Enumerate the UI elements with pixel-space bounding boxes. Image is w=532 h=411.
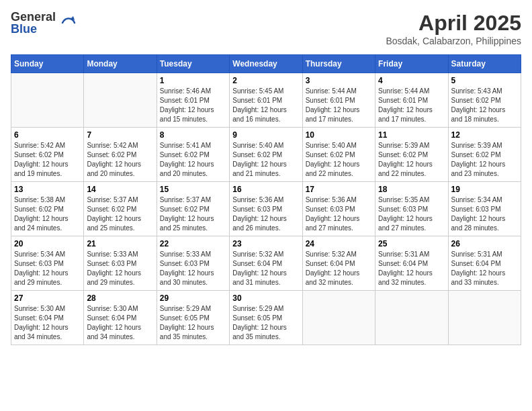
calendar-week-row: 20Sunrise: 5:34 AMSunset: 6:03 PMDayligh… [11, 236, 521, 291]
location-subtitle: Bosdak, Calabarzon, Philippines [386, 36, 521, 46]
logo-blue: Blue [11, 23, 56, 35]
day-number: 13 [14, 185, 81, 194]
calendar-week-row: 27Sunrise: 5:30 AMSunset: 6:04 PMDayligh… [11, 291, 521, 345]
calendar-cell [302, 291, 375, 345]
day-number: 30 [232, 293, 299, 303]
day-info: Sunrise: 5:32 AMSunset: 6:04 PMDaylight:… [232, 250, 299, 287]
calendar-cell: 18Sunrise: 5:35 AMSunset: 6:03 PMDayligh… [375, 182, 448, 236]
day-number: 15 [160, 185, 226, 194]
calendar-cell: 2Sunrise: 5:45 AMSunset: 6:01 PMDaylight… [230, 73, 302, 128]
calendar-cell [84, 73, 157, 128]
weekday-header-thursday: Thursday [302, 55, 375, 73]
day-info: Sunrise: 5:38 AMSunset: 6:02 PMDaylight:… [14, 195, 81, 233]
day-info: Sunrise: 5:33 AMSunset: 6:03 PMDaylight:… [160, 250, 226, 287]
title-section: April 2025 Bosdak, Calabarzon, Philippin… [386, 11, 521, 46]
day-info: Sunrise: 5:46 AMSunset: 6:01 PMDaylight:… [160, 87, 226, 124]
weekday-header-saturday: Saturday [448, 55, 521, 73]
day-info: Sunrise: 5:32 AMSunset: 6:04 PMDaylight:… [306, 250, 372, 287]
calendar-cell: 9Sunrise: 5:40 AMSunset: 6:02 PMDaylight… [230, 128, 302, 182]
day-number: 22 [160, 239, 226, 248]
calendar-cell: 16Sunrise: 5:36 AMSunset: 6:03 PMDayligh… [230, 182, 302, 236]
day-number: 16 [232, 185, 299, 194]
calendar-cell [11, 73, 84, 128]
calendar-cell: 22Sunrise: 5:33 AMSunset: 6:03 PMDayligh… [157, 236, 229, 291]
calendar-cell: 10Sunrise: 5:40 AMSunset: 6:02 PMDayligh… [302, 128, 375, 182]
day-info: Sunrise: 5:35 AMSunset: 6:03 PMDaylight:… [378, 195, 445, 233]
day-number: 23 [232, 239, 299, 248]
day-info: Sunrise: 5:42 AMSunset: 6:02 PMDaylight:… [14, 141, 81, 179]
day-info: Sunrise: 5:37 AMSunset: 6:02 PMDaylight:… [87, 195, 153, 233]
calendar-cell: 12Sunrise: 5:39 AMSunset: 6:02 PMDayligh… [448, 128, 521, 182]
day-info: Sunrise: 5:39 AMSunset: 6:02 PMDaylight:… [378, 141, 445, 179]
day-number: 6 [14, 130, 81, 140]
day-number: 19 [451, 185, 518, 194]
calendar-cell: 25Sunrise: 5:31 AMSunset: 6:04 PMDayligh… [375, 236, 448, 291]
weekday-header-sunday: Sunday [11, 55, 84, 73]
day-number: 9 [232, 130, 299, 140]
day-info: Sunrise: 5:39 AMSunset: 6:02 PMDaylight:… [451, 141, 518, 179]
day-number: 11 [378, 130, 445, 140]
calendar-cell: 1Sunrise: 5:46 AMSunset: 6:01 PMDaylight… [157, 73, 229, 128]
month-title: April 2025 [386, 11, 521, 36]
weekday-header-wednesday: Wednesday [230, 55, 302, 73]
calendar-cell [448, 291, 521, 345]
weekday-header-row: SundayMondayTuesdayWednesdayThursdayFrid… [11, 55, 521, 73]
header: General Blue April 2025 Bosdak, Calabarz… [11, 11, 521, 46]
day-info: Sunrise: 5:40 AMSunset: 6:02 PMDaylight:… [232, 141, 299, 179]
logo-icon [60, 15, 76, 31]
calendar-cell: 3Sunrise: 5:44 AMSunset: 6:01 PMDaylight… [302, 73, 375, 128]
day-info: Sunrise: 5:44 AMSunset: 6:01 PMDaylight:… [306, 87, 372, 124]
day-number: 26 [451, 239, 518, 248]
calendar-table: SundayMondayTuesdayWednesdayThursdayFrid… [11, 54, 521, 345]
day-number: 17 [306, 185, 372, 194]
calendar-cell: 14Sunrise: 5:37 AMSunset: 6:02 PMDayligh… [84, 182, 157, 236]
day-number: 21 [87, 239, 153, 248]
day-info: Sunrise: 5:37 AMSunset: 6:02 PMDaylight:… [160, 195, 226, 233]
day-number: 3 [306, 76, 372, 85]
calendar-week-row: 6Sunrise: 5:42 AMSunset: 6:02 PMDaylight… [11, 128, 521, 182]
calendar-cell: 23Sunrise: 5:32 AMSunset: 6:04 PMDayligh… [230, 236, 302, 291]
calendar-cell: 17Sunrise: 5:36 AMSunset: 6:03 PMDayligh… [302, 182, 375, 236]
calendar-cell: 29Sunrise: 5:29 AMSunset: 6:05 PMDayligh… [157, 291, 229, 345]
day-info: Sunrise: 5:30 AMSunset: 6:04 PMDaylight:… [87, 304, 153, 342]
calendar-cell [375, 291, 448, 345]
day-info: Sunrise: 5:36 AMSunset: 6:03 PMDaylight:… [306, 195, 372, 233]
day-info: Sunrise: 5:42 AMSunset: 6:02 PMDaylight:… [87, 141, 153, 179]
weekday-header-friday: Friday [375, 55, 448, 73]
day-info: Sunrise: 5:45 AMSunset: 6:01 PMDaylight:… [232, 87, 299, 124]
day-number: 18 [378, 185, 445, 194]
calendar-cell: 24Sunrise: 5:32 AMSunset: 6:04 PMDayligh… [302, 236, 375, 291]
day-number: 27 [14, 293, 81, 303]
calendar-week-row: 1Sunrise: 5:46 AMSunset: 6:01 PMDaylight… [11, 73, 521, 128]
calendar-cell: 19Sunrise: 5:34 AMSunset: 6:03 PMDayligh… [448, 182, 521, 236]
calendar-week-row: 13Sunrise: 5:38 AMSunset: 6:02 PMDayligh… [11, 182, 521, 236]
day-number: 25 [378, 239, 445, 248]
day-info: Sunrise: 5:36 AMSunset: 6:03 PMDaylight:… [232, 195, 299, 233]
day-number: 29 [160, 293, 226, 303]
calendar-cell: 5Sunrise: 5:43 AMSunset: 6:02 PMDaylight… [448, 73, 521, 128]
calendar-cell: 13Sunrise: 5:38 AMSunset: 6:02 PMDayligh… [11, 182, 84, 236]
calendar-cell: 7Sunrise: 5:42 AMSunset: 6:02 PMDaylight… [84, 128, 157, 182]
day-number: 7 [87, 130, 153, 140]
day-info: Sunrise: 5:44 AMSunset: 6:01 PMDaylight:… [378, 87, 445, 124]
calendar-cell: 27Sunrise: 5:30 AMSunset: 6:04 PMDayligh… [11, 291, 84, 345]
day-number: 10 [306, 130, 372, 140]
day-number: 1 [160, 76, 226, 85]
day-number: 24 [306, 239, 372, 248]
calendar-cell: 15Sunrise: 5:37 AMSunset: 6:02 PMDayligh… [157, 182, 229, 236]
calendar-cell: 21Sunrise: 5:33 AMSunset: 6:03 PMDayligh… [84, 236, 157, 291]
weekday-header-tuesday: Tuesday [157, 55, 229, 73]
logo-general: General [11, 11, 56, 23]
day-info: Sunrise: 5:33 AMSunset: 6:03 PMDaylight:… [87, 250, 153, 287]
day-info: Sunrise: 5:41 AMSunset: 6:02 PMDaylight:… [160, 141, 226, 179]
day-info: Sunrise: 5:31 AMSunset: 6:04 PMDaylight:… [378, 250, 445, 287]
day-info: Sunrise: 5:29 AMSunset: 6:05 PMDaylight:… [160, 304, 226, 342]
day-info: Sunrise: 5:34 AMSunset: 6:03 PMDaylight:… [451, 195, 518, 233]
calendar-cell: 6Sunrise: 5:42 AMSunset: 6:02 PMDaylight… [11, 128, 84, 182]
day-info: Sunrise: 5:29 AMSunset: 6:05 PMDaylight:… [232, 304, 299, 342]
calendar-cell: 28Sunrise: 5:30 AMSunset: 6:04 PMDayligh… [84, 291, 157, 345]
calendar-cell: 11Sunrise: 5:39 AMSunset: 6:02 PMDayligh… [375, 128, 448, 182]
weekday-header-monday: Monday [84, 55, 157, 73]
day-number: 28 [87, 293, 153, 303]
day-number: 20 [14, 239, 81, 248]
